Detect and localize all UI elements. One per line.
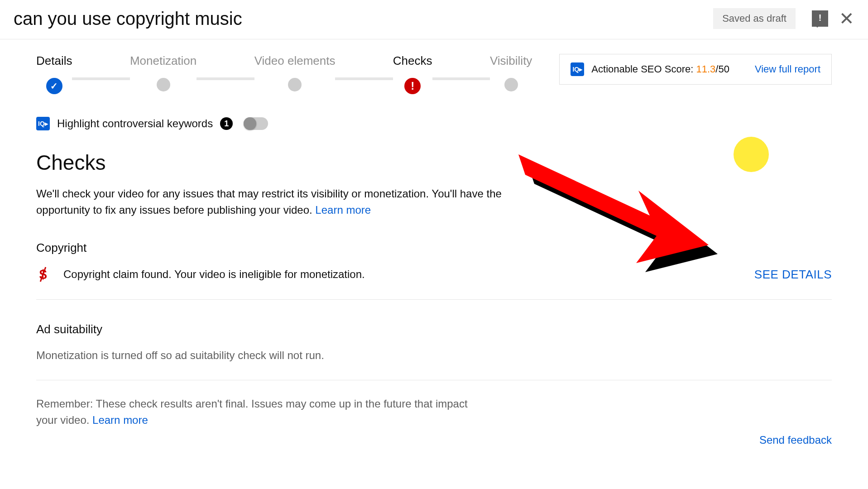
step-visibility[interactable]: Visibility — [490, 54, 532, 91]
step-connector — [72, 77, 129, 80]
seo-score-value: 11.3 — [696, 63, 715, 75]
step-video-elements[interactable]: Video elements — [254, 54, 336, 91]
copyright-row: $ Copyright claim found. Your video is i… — [36, 267, 832, 300]
step-monetization[interactable]: Monetization — [130, 54, 197, 91]
checkmark-icon — [46, 78, 62, 94]
no-monetization-icon: $ — [36, 267, 50, 282]
ad-suitability-heading: Ad suitability — [36, 322, 832, 336]
checks-desc-text: We'll check your video for any issues th… — [36, 187, 502, 216]
copyright-heading: Copyright — [36, 241, 832, 255]
seo-score-box: IQ▸ Actionable SEO Score: 11.3/50 View f… — [559, 54, 832, 85]
seo-suffix: /50 — [715, 63, 729, 75]
view-full-report-link[interactable]: View full report — [755, 63, 820, 75]
step-label: Checks — [393, 54, 432, 68]
step-checks[interactable]: Checks — [393, 54, 432, 94]
toggle-label: Highlight controversial keywords — [57, 117, 213, 130]
content-area: Details Monetization Video elements Chec… — [0, 39, 868, 446]
vidiq-icon: IQ▸ — [36, 117, 50, 130]
feedback-icon[interactable] — [812, 10, 828, 27]
keyword-toggle-row: IQ▸ Highlight controversial keywords 1 — [36, 117, 832, 130]
video-title: can you use copyright music — [14, 9, 713, 29]
close-icon[interactable]: ✕ — [839, 10, 854, 28]
saved-draft-badge: Saved as draft — [713, 8, 796, 29]
step-label: Monetization — [130, 54, 197, 68]
keyword-count-badge: 1 — [220, 117, 233, 130]
circle-icon — [504, 78, 518, 91]
copyright-status-text: Copyright claim found. Your video is ine… — [63, 268, 754, 281]
step-details[interactable]: Details — [36, 54, 72, 94]
upload-stepper: Details Monetization Video elements Chec… — [36, 54, 532, 94]
checks-footnote: Remember: These check results aren't fin… — [36, 396, 489, 428]
keyword-toggle[interactable] — [244, 117, 268, 130]
step-connector — [197, 77, 254, 80]
circle-icon — [157, 78, 170, 91]
ad-suitability-text: Monetization is turned off so ad suitabi… — [36, 349, 832, 380]
step-connector — [335, 77, 393, 80]
step-label: Video elements — [254, 54, 336, 68]
checks-description: We'll check your video for any issues th… — [36, 186, 534, 218]
step-connector — [432, 77, 490, 80]
step-label: Visibility — [490, 54, 532, 68]
step-label: Details — [36, 54, 72, 68]
seo-prefix: Actionable SEO Score: — [591, 63, 696, 75]
learn-more-link[interactable]: Learn more — [315, 204, 371, 216]
see-details-button[interactable]: SEE DETAILS — [754, 268, 832, 282]
seo-label: Actionable SEO Score: 11.3/50 — [591, 63, 729, 75]
send-feedback-link[interactable]: Send feedback — [36, 434, 832, 446]
vidiq-icon: IQ▸ — [571, 62, 584, 76]
svg-marker-0 — [528, 163, 718, 272]
circle-icon — [288, 78, 302, 91]
stepper-row: Details Monetization Video elements Chec… — [36, 39, 832, 94]
exclamation-icon — [404, 78, 421, 94]
checks-heading: Checks — [36, 150, 832, 175]
dialog-header: can you use copyright music Saved as dra… — [0, 0, 868, 39]
learn-more-link[interactable]: Learn more — [92, 414, 148, 426]
